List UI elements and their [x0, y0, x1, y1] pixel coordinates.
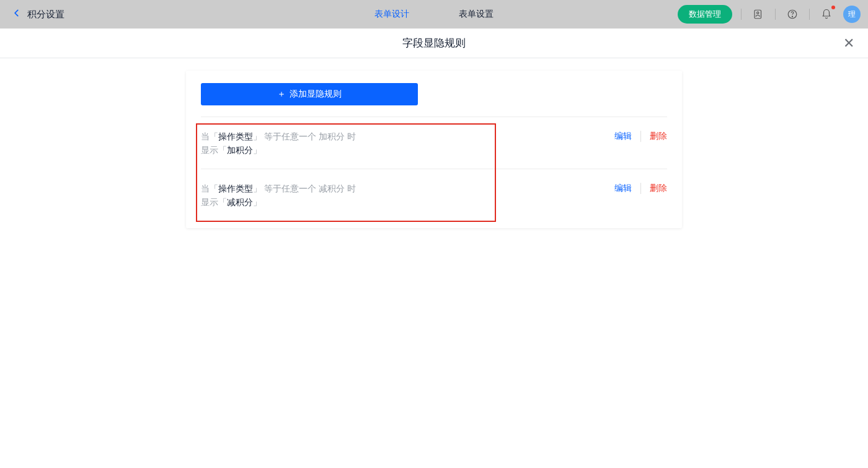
rule-show-value: 加积分 — [227, 145, 253, 155]
rule-actions: 编辑 删除 — [606, 182, 667, 210]
delete-link[interactable]: 删除 — [640, 131, 667, 142]
plus-icon: ＋ — [277, 89, 286, 100]
rule-field: 操作类型 — [218, 131, 253, 141]
rule-text-segment: 显示「 — [201, 145, 227, 155]
divider — [741, 9, 742, 20]
rule-condition: 等于任意一个 减积分 时 — [262, 183, 356, 193]
rule-field: 操作类型 — [218, 183, 253, 193]
rule-item: 当「操作类型」 等于任意一个 加积分 时 显示「加积分」 编辑 删除 — [201, 117, 667, 169]
rule-list: 当「操作类型」 等于任意一个 加积分 时 显示「加积分」 编辑 删除 当「操作类… — [201, 117, 667, 221]
rule-text-segment: 」 — [253, 145, 262, 155]
rule-text-segment: 当「 — [201, 183, 218, 193]
rule-description: 当「操作类型」 等于任意一个 加积分 时 显示「加积分」 — [201, 130, 606, 157]
data-manage-button[interactable]: 数据管理 — [678, 5, 732, 24]
svg-point-3 — [792, 16, 792, 17]
rule-show-value: 减积分 — [227, 197, 253, 207]
top-header: 积分设置 表单设计 表单设置 数据管理 理 — [0, 0, 868, 29]
edit-link[interactable]: 编辑 — [606, 183, 640, 194]
edit-link[interactable]: 编辑 — [606, 131, 640, 142]
svg-point-1 — [757, 12, 759, 14]
modal-titlebar: 字段显隐规则 ✕ — [0, 29, 868, 58]
back-icon[interactable] — [12, 9, 21, 20]
rule-item: 当「操作类型」 等于任意一个 减积分 时 显示「减积分」 编辑 删除 — [201, 169, 667, 221]
add-rule-button[interactable]: ＋ 添加显隐规则 — [201, 83, 418, 105]
divider — [775, 9, 776, 20]
add-rule-label: 添加显隐规则 — [290, 89, 342, 100]
notification-dot — [831, 6, 835, 9]
rule-description: 当「操作类型」 等于任意一个 减积分 时 显示「减积分」 — [201, 182, 606, 210]
page-body: ＋ 添加显隐规则 当「操作类型」 等于任意一个 加积分 时 显示「加积分」 编辑… — [0, 58, 868, 228]
page-title: 积分设置 — [27, 9, 64, 20]
rules-card: ＋ 添加显隐规则 当「操作类型」 等于任意一个 加积分 时 显示「加积分」 编辑… — [186, 71, 682, 228]
close-icon[interactable]: ✕ — [843, 37, 854, 50]
rule-condition: 等于任意一个 加积分 时 — [262, 131, 356, 141]
help-icon[interactable] — [784, 6, 800, 22]
modal-title: 字段显隐规则 — [402, 36, 466, 50]
contact-icon[interactable] — [750, 6, 766, 22]
tab-form-settings[interactable]: 表单设置 — [459, 9, 494, 20]
divider — [809, 9, 810, 20]
delete-link[interactable]: 删除 — [640, 183, 667, 194]
rule-text-segment: 」 — [253, 131, 262, 141]
rule-text-segment: 」 — [253, 197, 262, 207]
avatar[interactable]: 理 — [843, 6, 861, 23]
bell-icon[interactable] — [818, 6, 835, 22]
tab-form-design[interactable]: 表单设计 — [374, 9, 409, 20]
rule-actions: 编辑 删除 — [606, 130, 667, 157]
rule-text-segment: 当「 — [201, 131, 218, 141]
rule-text-segment: 」 — [253, 183, 262, 193]
rule-text-segment: 显示「 — [201, 197, 227, 207]
